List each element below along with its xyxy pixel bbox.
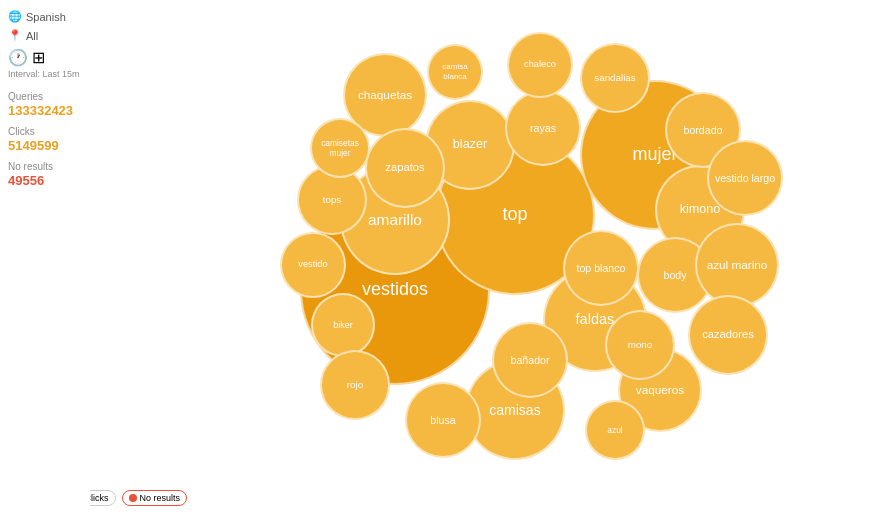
- queries-label: Queries: [8, 91, 82, 102]
- globe-icon: 🌐: [8, 10, 22, 23]
- bubble-label-vestidos: vestidos: [360, 277, 430, 303]
- location-selector[interactable]: 📍 All: [8, 29, 82, 42]
- bubble-label-tops: tops: [321, 192, 344, 208]
- bubble-cazadores[interactable]: cazadores: [688, 295, 768, 375]
- bubble-label-bañador: bañador: [509, 352, 552, 369]
- bubble-rojo[interactable]: rojo: [320, 350, 390, 420]
- language-selector[interactable]: 🌐 Spanish: [8, 10, 82, 23]
- bubble-camisetas_mujer[interactable]: camisetas mujer: [310, 118, 370, 178]
- location-label: All: [26, 30, 38, 42]
- language-label: Spanish: [26, 11, 66, 23]
- bubble-label-blusa: blusa: [428, 412, 457, 429]
- bubble-label-top: top: [500, 202, 529, 228]
- bubble-label-amarillo: amarillo: [366, 209, 424, 231]
- clicks-label: Clicks: [8, 126, 82, 137]
- bubble-chart: vestidostopmujeramarillocamisasfaldasbla…: [85, 0, 873, 514]
- bubble-label-kimono: kimono: [678, 200, 723, 219]
- interval-row: 🕐 ⊞: [8, 48, 82, 67]
- legend-noresults: No results: [122, 490, 188, 506]
- bubble-label-bordado: bordado: [682, 122, 725, 139]
- bubble-camisa_blanca[interactable]: camisa blanca: [427, 44, 483, 100]
- bubble-label-biker: biker: [331, 318, 354, 333]
- clicks-value: 5149599: [8, 138, 82, 153]
- bubble-label-camisetas_mujer: camisetas mujer: [312, 136, 368, 160]
- grid-icon: ⊞: [32, 48, 45, 67]
- bubble-label-mono: mono: [626, 337, 655, 353]
- bubble-label-blazer: blazer: [451, 135, 489, 154]
- bubble-biker[interactable]: biker: [311, 293, 375, 357]
- bubble-label-chaleco: chaleco: [522, 57, 558, 72]
- bubble-label-azul_marino: azul marino: [705, 256, 770, 274]
- bubble-label-rayas: rayas: [528, 120, 558, 137]
- bubble-label-body: body: [661, 267, 688, 284]
- bubble-label-zapatos: zapatos: [383, 159, 426, 176]
- bubble-label-vestido: vestido: [296, 257, 329, 272]
- noresults-label: No results: [8, 161, 82, 172]
- bubble-bañador[interactable]: bañador: [492, 322, 568, 398]
- bubble-label-vestido_largo: vestido largo: [713, 170, 777, 187]
- bubble-blusa[interactable]: blusa: [405, 382, 481, 458]
- bubble-label-rojo: rojo: [345, 377, 365, 393]
- bubble-mono[interactable]: mono: [605, 310, 675, 380]
- bubble-rayas[interactable]: rayas: [505, 90, 581, 166]
- bubble-label-camisas: camisas: [487, 400, 542, 421]
- bubble-label-chaquetas: chaquetas: [356, 86, 414, 104]
- legend-noresults-dot: [129, 494, 137, 502]
- bubble-azul_marino[interactable]: azul marino: [695, 223, 779, 307]
- bubble-label-top_blanco: top blanco: [574, 260, 627, 277]
- bubble-sandalias[interactable]: sandalias: [580, 43, 650, 113]
- pin-icon: 📍: [8, 29, 22, 42]
- bubble-label-sandalias: sandalias: [592, 70, 637, 86]
- bubble-vestido_largo[interactable]: vestido largo: [707, 140, 783, 216]
- bubble-label-cazadores: cazadores: [700, 326, 756, 343]
- noresults-value: 49556: [8, 173, 82, 188]
- interval-label: Interval: Last 15m: [8, 69, 82, 79]
- sidebar: 🌐 Spanish 📍 All 🕐 ⊞ Interval: Last 15m Q…: [0, 0, 90, 514]
- bubble-top_blanco[interactable]: top blanco: [563, 230, 639, 306]
- bubble-vestido[interactable]: vestido: [280, 232, 346, 298]
- bubble-label-azul: azul: [605, 423, 624, 437]
- queries-value: 133332423: [8, 103, 82, 118]
- bubble-azul[interactable]: azul: [585, 400, 645, 460]
- bubble-label-vaqueros: vaqueros: [634, 381, 686, 399]
- bubble-chaleco[interactable]: chaleco: [507, 32, 573, 98]
- bubble-zapatos[interactable]: zapatos: [365, 128, 445, 208]
- clock-icon: 🕐: [8, 48, 28, 67]
- bubble-label-camisa_blanca: camisa blanca: [429, 60, 481, 83]
- legend-noresults-label: No results: [140, 493, 181, 503]
